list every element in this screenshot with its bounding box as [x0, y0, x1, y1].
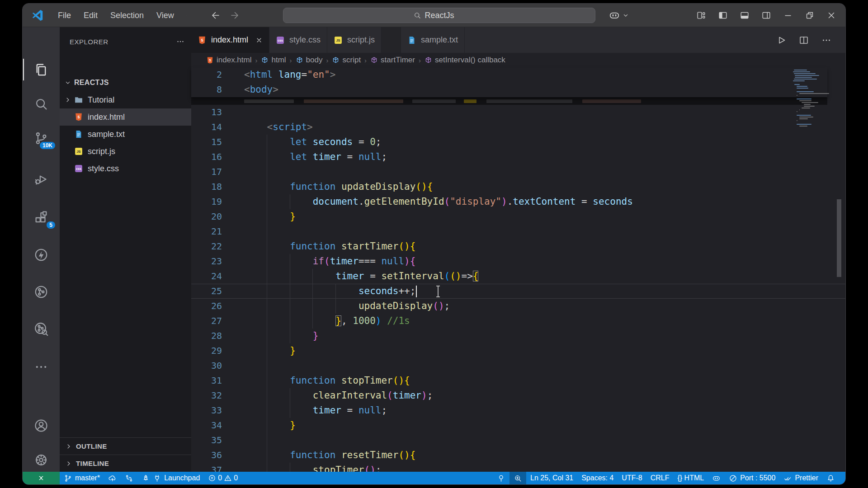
restore-button[interactable] — [800, 4, 819, 27]
code-line-33[interactable]: 33 timer = null; — [191, 403, 845, 418]
explorer-actions-icon[interactable] — [176, 37, 185, 46]
file-item-style-css[interactable]: cssstyle.css — [60, 160, 191, 177]
menu-view[interactable]: View — [150, 4, 180, 27]
breadcrumb-item[interactable]: startTimer — [370, 56, 415, 65]
close-button[interactable] — [822, 4, 841, 27]
status-language-mode[interactable]: {} HTML — [673, 472, 708, 484]
menu-file[interactable]: File — [52, 4, 77, 27]
status-pin[interactable] — [493, 472, 509, 484]
status-git-actions[interactable] — [121, 472, 137, 484]
status-cursor-position[interactable]: Ln 25, Col 31 — [526, 472, 577, 484]
sticky-scroll[interactable]: 2<html lang="en">8<body> — [191, 67, 827, 97]
code-line-2[interactable]: 2<html lang="en"> — [191, 67, 827, 82]
run-icon[interactable] — [776, 35, 787, 46]
toggle-secondary-sidebar-icon[interactable] — [757, 4, 776, 27]
status-live-server-port[interactable]: Port : 5500 — [725, 472, 779, 484]
code-line-34[interactable]: 34 } — [191, 418, 845, 433]
status-screen-zoom[interactable] — [509, 472, 526, 484]
status-git-branch[interactable]: master* — [60, 472, 104, 484]
activity-extensions[interactable]: 5 — [23, 204, 60, 231]
code-line-16[interactable]: 16 let timer = null; — [191, 150, 845, 164]
status-problems[interactable]: 00 — [204, 472, 242, 484]
toggle-sidebar-icon[interactable] — [713, 4, 732, 27]
breadcrumb-item[interactable]: html — [261, 56, 286, 65]
breadcrumb-item[interactable]: script — [332, 56, 361, 65]
section-timeline[interactable]: TIMELINE — [60, 455, 191, 472]
code-line-19[interactable]: 19 document.getElementById("display").te… — [191, 194, 845, 209]
minimap[interactable] — [792, 70, 831, 128]
code-line-30[interactable]: 30 — [191, 358, 845, 373]
split-editor-icon[interactable] — [798, 35, 809, 46]
code-line-14[interactable]: 14 <script> — [191, 120, 845, 135]
file-item-tutorial[interactable]: Tutorial — [60, 91, 191, 108]
more-menu-icon[interactable] — [180, 9, 192, 21]
code-area[interactable]: 1314 <script>15 let seconds = 0;16 let t… — [191, 105, 845, 478]
back-arrow-icon[interactable] — [210, 10, 221, 21]
customize-layout-icon[interactable] — [692, 4, 711, 27]
code-line-29[interactable]: 29 } — [191, 343, 845, 358]
status-launchpad[interactable]: Launchpad — [137, 472, 204, 484]
activity-gitlens[interactable] — [23, 278, 60, 305]
file-item-index-html[interactable]: 5index.html — [60, 108, 191, 126]
file-item-script-js[interactable]: JSscript.js — [60, 143, 191, 160]
menu-selection[interactable]: Selection — [104, 4, 150, 27]
status-prettier[interactable]: Prettier — [779, 472, 822, 484]
code-line-25[interactable]: 25 seconds++; — [191, 284, 845, 299]
more-actions-icon[interactable] — [821, 35, 832, 46]
code-line-31[interactable]: 31 function stopTimer(){ — [191, 373, 845, 388]
code-line-18[interactable]: 18 function updateDisplay(){ — [191, 179, 845, 194]
breadcrumb-item[interactable]: 5index.html — [206, 56, 251, 65]
file-item-sample-txt[interactable]: sample.txt — [60, 126, 191, 143]
activity-settings[interactable] — [23, 446, 60, 474]
project-root[interactable]: REACTJS — [60, 74, 191, 91]
activity-more-views[interactable] — [23, 353, 60, 380]
tab-style-css[interactable]: cssstyle.css — [269, 27, 327, 53]
code-line-22[interactable]: 22 function startTimer(){ — [191, 239, 845, 254]
vertical-scrollbar[interactable] — [837, 199, 841, 277]
code-line-35[interactable]: 35 — [191, 433, 845, 448]
activity-run-debug[interactable] — [23, 165, 60, 192]
breadcrumb-item[interactable]: body — [296, 56, 323, 65]
tab-script-js[interactable]: JSscript.js — [327, 27, 382, 53]
minimize-button[interactable] — [778, 4, 797, 27]
status-eol[interactable]: CRLF — [646, 472, 674, 484]
code-line-26[interactable]: 26 updateDisplay(); — [191, 299, 845, 314]
copilot-menu[interactable] — [609, 4, 629, 27]
status-encoding[interactable]: UTF-8 — [618, 472, 646, 484]
code-line-21[interactable]: 21 — [191, 224, 845, 239]
code-line-27[interactable]: 27 }, 1000) //1s — [191, 314, 845, 328]
activity-search[interactable] — [23, 90, 60, 117]
status-remote[interactable] — [23, 472, 60, 484]
status-indentation[interactable]: Spaces: 4 — [577, 472, 618, 484]
code-line-32[interactable]: 32 clearInterval(timer); — [191, 388, 845, 403]
breadcrumb-item[interactable]: setInterval() callback — [425, 56, 505, 65]
tab-sample-txt[interactable]: sample.txt — [401, 27, 465, 53]
command-center-search[interactable] — [283, 8, 595, 23]
code-line-17[interactable]: 17 — [191, 164, 845, 179]
activity-account[interactable] — [23, 412, 60, 439]
activity-git-graph[interactable] — [23, 315, 60, 343]
toggle-panel-icon[interactable] — [735, 4, 754, 27]
code-line-23[interactable]: 23 if(timer=== null){ — [191, 254, 845, 269]
section-outline[interactable]: OUTLINE — [60, 437, 191, 455]
code-line-28[interactable]: 28 } — [191, 328, 845, 343]
status-copilot[interactable] — [708, 472, 725, 484]
code-line-8[interactable]: 8<body> — [191, 82, 827, 97]
activity-explorer[interactable] — [23, 56, 60, 83]
tab-index-html[interactable]: 5index.html — [191, 27, 269, 53]
status-notifications[interactable] — [822, 472, 839, 484]
code-line-20[interactable]: 20 } — [191, 209, 845, 224]
line-number: 36 — [191, 448, 222, 463]
code-line-15[interactable]: 15 let seconds = 0; — [191, 135, 845, 150]
code-line-13[interactable]: 13 — [191, 105, 845, 120]
code-line-24[interactable]: 24 timer = setInterval(()=>{ — [191, 269, 845, 284]
activity-source-control[interactable]: 10K — [23, 125, 60, 152]
menu-edit[interactable]: Edit — [77, 4, 104, 27]
status-publish[interactable] — [104, 472, 121, 484]
line-number: 34 — [191, 418, 222, 433]
forward-arrow-icon[interactable] — [229, 10, 240, 21]
activity-thunder-client[interactable] — [23, 241, 60, 268]
tab-close-icon[interactable] — [255, 37, 263, 44]
search-input[interactable] — [425, 11, 466, 20]
code-line-36[interactable]: 36 function resetTimer(){ — [191, 448, 845, 463]
